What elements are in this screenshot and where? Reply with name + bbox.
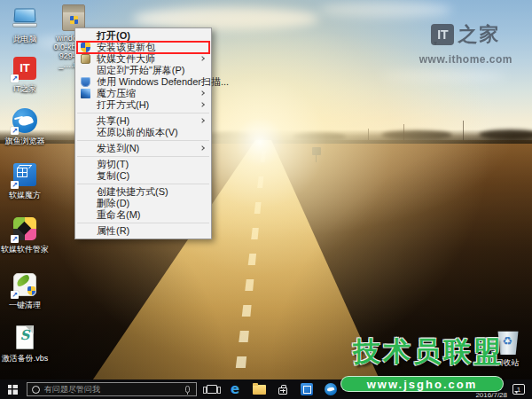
menu-separator [77, 184, 209, 184]
menu-item-label: 打开方式(H) [97, 99, 149, 110]
power-pole [463, 121, 464, 140]
start-button[interactable] [0, 379, 25, 399]
power-pole [368, 129, 369, 140]
tree-silhouette [479, 129, 532, 140]
menu-item-label: 创建快捷方式(S) [97, 186, 168, 197]
desktop-screen: IT 之家 www.ithome.com 技术员联盟 www.jsgho.com… [0, 0, 532, 399]
menu-item[interactable]: 创建快捷方式(S) [75, 186, 211, 198]
windows-store-button[interactable] [271, 379, 294, 399]
menu-item-label: 属性(R) [97, 225, 129, 236]
menu-item[interactable]: 复制(C) [75, 170, 211, 182]
submenu-chevron-icon [200, 145, 205, 151]
task-view-icon [207, 385, 217, 394]
sailfish-icon [325, 383, 337, 395]
shortcut-arrow-icon [11, 291, 19, 299]
mofang-cube-icon [11, 160, 39, 189]
icon-label: IT之家 [0, 84, 50, 93]
icon-label: 此电脑 [0, 35, 50, 43]
menu-item-label: 魔方压缩 [97, 88, 136, 98]
desktop-icon-activation-backup[interactable]: S 激活备份.vbs [0, 324, 50, 363]
menu-item-label: 删除(D) [97, 198, 129, 208]
defender-icon [81, 77, 90, 87]
menu-item[interactable]: 魔方压缩 [75, 88, 211, 99]
menu-item-label: 复制(C) [97, 170, 129, 181]
file-master-icon [81, 54, 90, 64]
menu-item-label: 安装该更新包 [97, 42, 155, 52]
icon-label: 一键清理 [0, 301, 50, 309]
menu-item[interactable]: 属性(R) [75, 225, 211, 237]
ithome-logo-icon: IT [431, 24, 454, 45]
cube-icon [81, 89, 90, 98]
menu-separator [77, 156, 209, 157]
menu-item-label: 重命名(M) [97, 209, 141, 220]
desktop-icon-ithome[interactable]: IT IT之家 [0, 54, 50, 93]
search-placeholder: 有问题尽管问我 [44, 384, 185, 395]
mofang-cube-icon [301, 383, 313, 395]
desktop-icon-this-pc[interactable]: 此电脑 [0, 4, 50, 43]
menu-separator [77, 140, 209, 141]
icon-label: 激活备份.vbs [0, 354, 50, 363]
menu-item-label: 打开(O) [97, 30, 130, 41]
menu-item[interactable]: 剪切(T) [75, 159, 211, 170]
menu-item[interactable]: 重命名(M) [75, 209, 211, 221]
cortana-icon [32, 386, 40, 394]
icon-label: 软媒魔方 [0, 191, 50, 200]
task-view-button[interactable] [200, 379, 223, 399]
tree-silhouette [293, 133, 346, 141]
road-sign [312, 147, 321, 155]
ithome-app-icon: IT [11, 54, 39, 82]
menu-item[interactable]: 共享(H) [75, 115, 211, 127]
desktop-icon-sailfish-browser[interactable]: 旗鱼浏览器 [0, 106, 50, 145]
file-explorer-button[interactable] [247, 379, 270, 399]
store-bag-icon [278, 387, 287, 395]
cloud [381, 71, 505, 82]
action-center-button[interactable]: 1 [512, 384, 525, 395]
tree-silhouette [381, 130, 452, 140]
folder-icon [253, 385, 266, 395]
menu-item-label: 剪切(T) [97, 159, 129, 169]
sailfish-browser-icon [11, 106, 39, 135]
menu-item-label: 共享(H) [97, 115, 129, 126]
menu-item[interactable]: 打开方式(H) [75, 99, 211, 111]
shortcut-arrow-icon [11, 181, 19, 189]
menu-item[interactable]: 发送到(N) [75, 143, 211, 154]
clean-broom-icon [11, 270, 39, 299]
ithome-logo-text: 之家 [458, 21, 500, 48]
desktop-icon-one-click-clean[interactable]: 一键清理 [0, 270, 50, 309]
edge-browser-button[interactable]: e [223, 379, 246, 399]
shortcut-arrow-icon [11, 127, 19, 135]
microphone-icon[interactable] [185, 386, 190, 393]
power-pole [403, 124, 404, 140]
taskbar-date[interactable]: 2016/7/28 [475, 391, 507, 399]
menu-item-label: 还原以前的版本(V) [97, 127, 178, 137]
shortcut-arrow-icon [11, 235, 19, 243]
menu-item[interactable]: 软媒文件大师 [75, 53, 211, 65]
desktop-icon-ruanmei-mofang[interactable]: 软媒魔方 [0, 160, 50, 200]
search-input[interactable]: 有问题尽管问我 [27, 382, 197, 396]
windows-logo-icon [8, 385, 18, 395]
menu-separator [77, 113, 209, 113]
software-manager-icon [11, 215, 39, 243]
menu-item-annotated[interactable]: 安装该更新包 [75, 42, 211, 53]
uac-shield-icon [81, 43, 90, 52]
ithome-url: www.ithome.com [419, 53, 512, 66]
sailfish-taskbar-button[interactable] [319, 379, 342, 399]
tree-silhouette [209, 132, 250, 141]
menu-item[interactable]: 删除(D) [75, 198, 211, 209]
menu-item[interactable]: 还原以前的版本(V) [75, 127, 211, 138]
menu-item-label: 软媒文件大师 [97, 53, 155, 64]
menu-item[interactable]: 固定到"开始"屏幕(P) [75, 65, 211, 76]
cloud [319, 2, 452, 18]
submenu-chevron-icon [200, 90, 205, 96]
ithome-watermark: IT 之家 www.ithome.com [419, 21, 512, 66]
menu-item-label: 使用 Windows Defender扫描... [97, 76, 229, 87]
desktop-icon-software-manager[interactable]: 软媒软件管家 [0, 215, 50, 254]
this-pc-icon [11, 4, 39, 33]
menu-item-label: 发送到(N) [97, 143, 139, 153]
vbs-script-icon: S [11, 324, 39, 352]
jsgho-watermark-url: www.jsgho.com [340, 376, 504, 392]
submenu-chevron-icon [200, 118, 205, 123]
menu-item[interactable]: 使用 Windows Defender扫描... [75, 76, 211, 88]
mofang-taskbar-button[interactable] [295, 379, 318, 399]
menu-item[interactable]: 打开(O) [75, 30, 211, 42]
